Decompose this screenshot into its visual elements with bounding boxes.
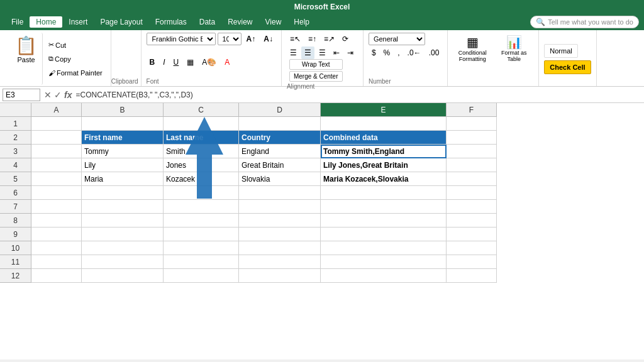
font-size-select[interactable]: 10	[218, 33, 242, 45]
cell-e9[interactable]	[321, 228, 447, 241]
font-shrink-button[interactable]: A↓	[260, 33, 276, 45]
col-header-b[interactable]: B	[82, 103, 164, 117]
cell-d12[interactable]	[239, 269, 321, 283]
cell-c2[interactable]: Last name	[164, 131, 239, 145]
menu-view[interactable]: View	[259, 16, 288, 28]
align-top-left-button[interactable]: ≡↖	[287, 33, 304, 45]
cell-e4[interactable]: Lily Jones,Great Britain	[321, 158, 447, 172]
underline-button[interactable]: U	[170, 56, 182, 69]
conditional-formatting-button[interactable]: ▦ Conditional Formatting	[453, 33, 492, 64]
cell-f1[interactable]	[447, 117, 497, 131]
copy-button[interactable]: ⧉ Copy	[45, 53, 106, 65]
cell-f9[interactable]	[447, 228, 497, 241]
cell-e10[interactable]	[321, 241, 447, 255]
cell-a1[interactable]	[31, 117, 82, 131]
cell-a4[interactable]	[31, 158, 82, 172]
cell-a9[interactable]	[31, 228, 82, 241]
percent-button[interactable]: %	[380, 47, 394, 59]
align-center-button[interactable]: ☰	[301, 47, 314, 59]
cell-reference-box[interactable]	[3, 89, 40, 101]
cell-f12[interactable]	[447, 269, 497, 283]
fill-color-button[interactable]: A🎨	[199, 56, 219, 69]
cell-d7[interactable]	[239, 200, 321, 214]
confirm-formula-button[interactable]: ✓	[54, 90, 62, 100]
spreadsheet-area[interactable]: A B C D E F 1 2 First name Last name Cou…	[0, 103, 644, 359]
decrease-decimal-button[interactable]: .0←	[404, 47, 425, 59]
cell-d2[interactable]: Country	[239, 131, 321, 145]
check-cell-style-box[interactable]: Check Cell	[544, 60, 591, 74]
menu-data[interactable]: Data	[193, 16, 221, 28]
menu-insert[interactable]: Insert	[62, 16, 94, 28]
cell-c4[interactable]: Jones	[164, 158, 239, 172]
menu-formulas[interactable]: Formulas	[149, 16, 193, 28]
font-grow-button[interactable]: A↑	[243, 33, 259, 45]
formula-input[interactable]	[75, 90, 641, 99]
cell-d5[interactable]: Slovakia	[239, 172, 321, 186]
cell-b3[interactable]: Tommy	[82, 145, 164, 158]
col-header-d[interactable]: D	[239, 103, 321, 117]
col-header-f[interactable]: F	[447, 103, 497, 117]
bold-button[interactable]: B	[147, 56, 158, 69]
cell-f4[interactable]	[447, 158, 497, 172]
cell-d11[interactable]	[239, 255, 321, 269]
cell-f3[interactable]	[447, 145, 497, 158]
paste-button[interactable]: 📋 Paste	[10, 33, 43, 85]
cell-d8[interactable]	[239, 214, 321, 228]
cell-a12[interactable]	[31, 269, 82, 283]
cell-e1[interactable]	[321, 117, 447, 131]
merge-center-button[interactable]: Merge & Center	[289, 71, 343, 82]
cell-b9[interactable]	[82, 228, 164, 241]
font-color-button[interactable]: A	[221, 56, 233, 69]
border-button[interactable]: ▦	[184, 56, 197, 69]
format-painter-button[interactable]: 🖌 Format Painter	[45, 67, 106, 79]
cell-c7[interactable]	[164, 200, 239, 214]
cell-e11[interactable]	[321, 255, 447, 269]
normal-style-box[interactable]: Normal	[544, 44, 577, 58]
cell-e3[interactable]: Tommy Smith,England	[321, 145, 447, 158]
tell-me-input[interactable]: 🔍 Tell me what you want to do	[530, 16, 639, 28]
cancel-formula-button[interactable]: ✕	[44, 90, 52, 100]
cell-b5[interactable]: Maria	[82, 172, 164, 186]
cell-c8[interactable]	[164, 214, 239, 228]
cell-a3[interactable]	[31, 145, 82, 158]
indent-less-button[interactable]: ⇤	[330, 47, 343, 59]
cell-c3[interactable]: Smith	[164, 145, 239, 158]
increase-decimal-button[interactable]: .00	[426, 47, 443, 59]
cell-f8[interactable]	[447, 214, 497, 228]
col-header-e[interactable]: E	[321, 103, 447, 117]
cell-f7[interactable]	[447, 200, 497, 214]
cell-c10[interactable]	[164, 241, 239, 255]
cell-b1[interactable]	[82, 117, 164, 131]
col-header-a[interactable]: A	[31, 103, 82, 117]
cell-b8[interactable]	[82, 214, 164, 228]
col-header-c[interactable]: C	[164, 103, 239, 117]
cell-c5[interactable]: Kozacek	[164, 172, 239, 186]
currency-button[interactable]: $	[369, 47, 379, 59]
cell-e7[interactable]	[321, 200, 447, 214]
cell-f6[interactable]	[447, 186, 497, 200]
cut-button[interactable]: ✂ Cut	[45, 39, 106, 52]
cell-b10[interactable]	[82, 241, 164, 255]
cell-c6[interactable]	[164, 186, 239, 200]
cell-e8[interactable]	[321, 214, 447, 228]
format-as-table-button[interactable]: 📊 Format as Table	[494, 33, 533, 64]
cell-c9[interactable]	[164, 228, 239, 241]
cell-a10[interactable]	[31, 241, 82, 255]
align-top-right-button[interactable]: ≡↗	[321, 33, 338, 45]
indent-more-button[interactable]: ⇥	[344, 47, 357, 59]
cell-d10[interactable]	[239, 241, 321, 255]
number-format-select[interactable]: General	[369, 33, 425, 45]
align-right-button[interactable]: ☰	[316, 47, 329, 59]
wrap-text-button[interactable]: Wrap Text	[289, 59, 343, 70]
cell-c12[interactable]	[164, 269, 239, 283]
cell-e12[interactable]	[321, 269, 447, 283]
menu-review[interactable]: Review	[221, 16, 258, 28]
cell-d4[interactable]: Great Britain	[239, 158, 321, 172]
align-top-center-button[interactable]: ≡↑	[305, 33, 319, 45]
cell-d6[interactable]	[239, 186, 321, 200]
menu-home[interactable]: Home	[30, 16, 62, 28]
cell-d9[interactable]	[239, 228, 321, 241]
italic-button[interactable]: I	[160, 56, 168, 69]
cell-e6[interactable]	[321, 186, 447, 200]
font-name-select[interactable]: Franklin Gothic B	[147, 33, 216, 45]
